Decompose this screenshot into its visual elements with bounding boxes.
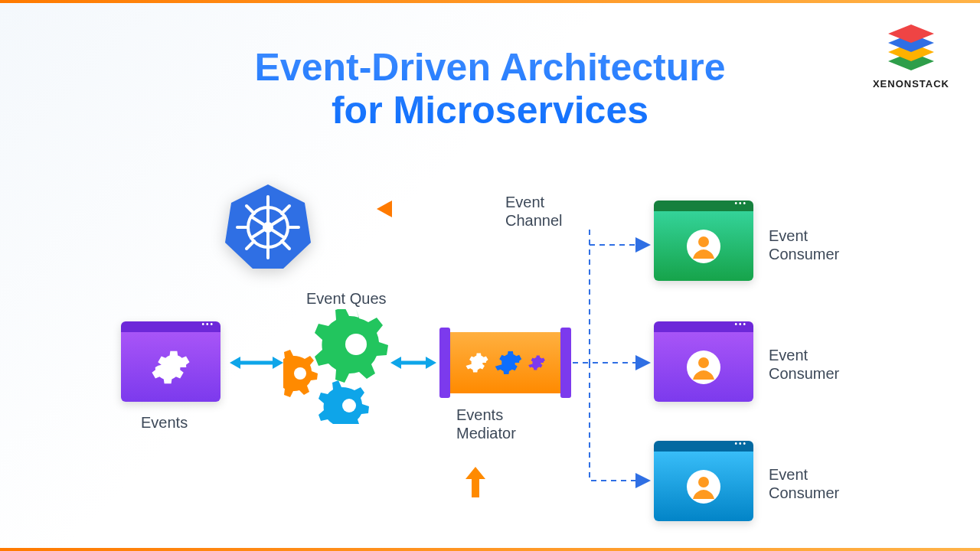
event-consumer-label: Event Consumer [769, 465, 839, 502]
svg-point-37 [698, 357, 709, 368]
event-consumer-card [654, 201, 753, 281]
svg-point-35 [698, 236, 709, 247]
svg-point-39 [698, 477, 709, 487]
user-icon [685, 228, 722, 265]
user-icon [685, 349, 722, 386]
event-consumer-label: Event Consumer [769, 227, 839, 263]
event-consumer-label: Event Consumer [769, 346, 839, 383]
user-icon [685, 468, 722, 505]
event-consumer-card [654, 321, 753, 402]
event-consumer-card [654, 441, 753, 521]
